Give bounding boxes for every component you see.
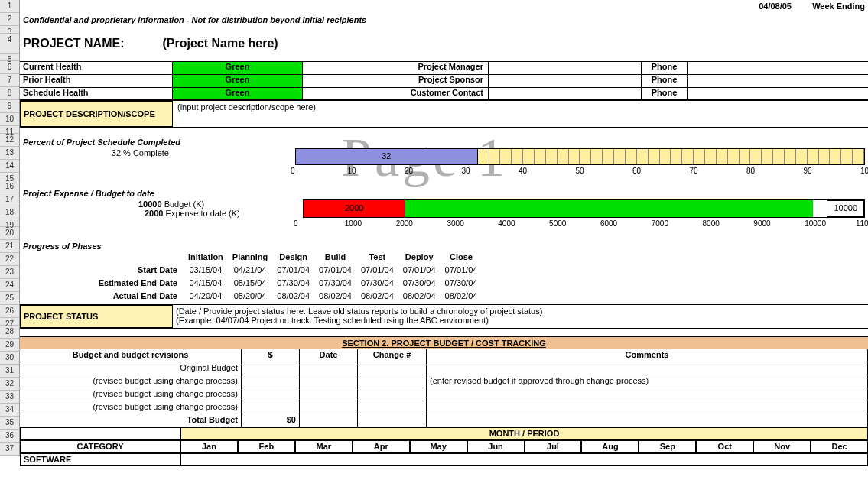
expense-value: 2000 [145, 209, 163, 218]
phases-table: Start Date Estimated End Date Actual End… [20, 252, 868, 304]
month-column-header: May [410, 440, 467, 453]
budget-row: (revised budget using change process) [20, 388, 868, 401]
pct-complete-text: 32 % Complete [20, 148, 173, 157]
schedule-progress-remaining [478, 149, 864, 164]
project-status-row: PROJECT STATUS (Date / Provide project s… [20, 304, 868, 329]
month-row: CATEGORY JanFebMarAprMayJunJulAugSepOctN… [20, 440, 868, 453]
section-2-header: SECTION 2. PROJECT BUDGET / COST TRACKIN… [20, 336, 868, 349]
budget-row: (revised budget using change process)(en… [20, 375, 868, 388]
category-header: CATEGORY [20, 440, 180, 453]
health-row: Schedule Health Green Customer Contact P… [20, 87, 868, 100]
month-column-header: Jan [180, 440, 238, 453]
project-description-input[interactable]: (input project description/scope here) [173, 101, 868, 127]
schedule-progress-fill: 32 [296, 149, 478, 164]
month-period-header: MONTH / PERIOD [180, 427, 868, 440]
health-table: Current Health Green Project Manager Pho… [20, 61, 868, 100]
expense-axis: 0100020003000400050006000700080009000100… [303, 219, 865, 232]
project-description-row: PROJECT DESCRIPTION/SCOPE (input project… [20, 100, 868, 128]
project-name-value[interactable]: (Project Name here) [162, 37, 278, 50]
budget-row: (revised budget using change process) [20, 401, 868, 414]
phase-row-label: Actual End Date [23, 291, 177, 304]
budget-table: Budget and budget revisions $ Date Chang… [20, 349, 868, 427]
month-column-header: Nov [753, 440, 811, 453]
month-column-header: Mar [295, 440, 353, 453]
phase-row-label: Start Date [23, 265, 177, 278]
week-ending-label: Week Ending [812, 2, 865, 11]
phases-title: Progress of Phases [20, 242, 102, 251]
budget-header: $ [242, 349, 300, 362]
phase-column: Design07/01/0407/30/0408/02/04 [272, 252, 314, 304]
expense-bar: 2000 10000 [303, 199, 865, 218]
expense-bar-green [405, 200, 813, 217]
month-column-header: Sep [639, 440, 696, 453]
schedule-progress-bar: 32 [295, 148, 865, 165]
phase-row-label: Estimated End Date [23, 278, 177, 291]
phase-column: Initiation03/15/0404/15/0404/20/04 [184, 252, 228, 304]
confidential-notice: Confidential and proprietary information… [20, 15, 366, 24]
health-status[interactable]: Green [173, 75, 303, 87]
expense-label-text: Expense to date (K) [166, 209, 240, 218]
budget-header: Comments [427, 349, 868, 362]
total-budget-label: Total Budget [20, 414, 242, 427]
month-column-header: Aug [581, 440, 639, 453]
health-row: Prior Health Green Project Sponsor Phone [20, 74, 868, 87]
month-column-header: Oct [696, 440, 753, 453]
budget-value: 10000 [138, 199, 162, 209]
health-status[interactable]: Green [173, 88, 303, 99]
month-column-header: Jul [525, 440, 582, 453]
phase-column: Close07/01/0407/30/0408/02/04 [441, 252, 483, 304]
project-name-label: PROJECT NAME: [20, 37, 124, 50]
month-column-header: Dec [811, 440, 868, 453]
header-date: 04/08/05 [759, 2, 792, 11]
schedule-axis: 0102030405060708090100 [295, 167, 865, 179]
month-column-header: Apr [353, 440, 410, 453]
project-status-label: PROJECT STATUS [20, 305, 173, 328]
project-status-text[interactable]: (Date / Provide project status here. Lea… [173, 305, 868, 328]
month-column-header: Jun [467, 440, 525, 453]
row-numbers-gutter: 1234567891011121314151617181920212223242… [0, 0, 20, 456]
spreadsheet-body: Page 1 04/08/05 Week Ending Confidential… [20, 0, 868, 466]
budget-label: Budget (K) [164, 199, 205, 209]
category-row: SOFTWARE [20, 453, 868, 466]
total-budget-value: $0 [242, 414, 300, 427]
budget-header: Date [300, 349, 358, 362]
phase-column: Build07/01/0407/30/0408/02/04 [314, 252, 356, 304]
phase-column: Deploy07/01/0407/30/0408/02/04 [398, 252, 441, 304]
expense-bar-red: 2000 [304, 200, 405, 217]
project-description-label: PROJECT DESCRIPTION/SCOPE [20, 101, 173, 127]
expense-end-label: 10000 [827, 200, 864, 217]
health-row: Current Health Green Project Manager Pho… [20, 61, 868, 74]
budget-header: Budget and budget revisions [20, 349, 242, 362]
phase-column: Test07/01/0407/30/0408/02/04 [356, 252, 398, 304]
health-status[interactable]: Green [173, 62, 303, 74]
schedule-completed-label: Percent of Project Schedule Completed [20, 138, 180, 147]
budget-row: Original Budget [20, 362, 868, 375]
phase-column: Planning04/21/0405/15/0405/20/04 [228, 252, 272, 304]
expense-label: Project Expense / Budget to date [20, 189, 154, 198]
month-column-header: Feb [238, 440, 295, 453]
category-software[interactable]: SOFTWARE [20, 453, 180, 466]
budget-header: Change # [358, 349, 427, 362]
